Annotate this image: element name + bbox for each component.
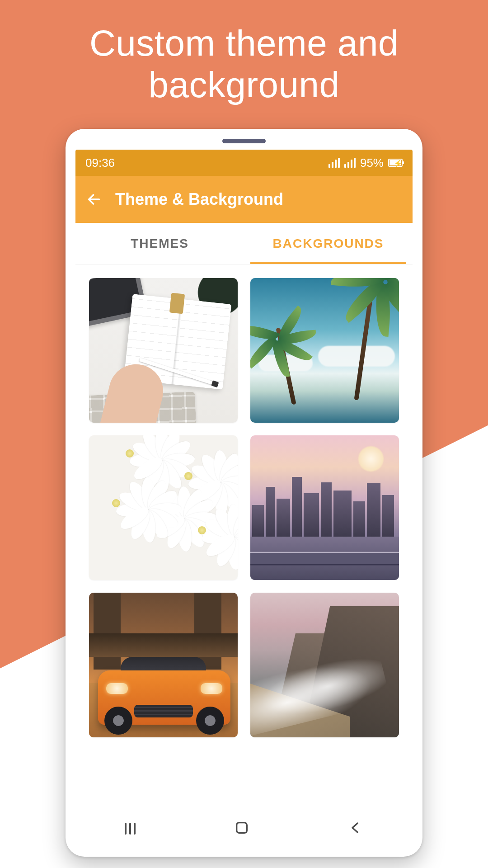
nav-home-icon[interactable] <box>234 820 249 837</box>
background-city-sunset[interactable] <box>250 435 399 580</box>
back-arrow-icon[interactable] <box>86 192 102 207</box>
phone-frame: 09:36 95% ⚡ Theme & Background THEMES BA… <box>66 129 422 857</box>
signal-icon <box>328 158 340 168</box>
tab-backgrounds-label: BACKGROUNDS <box>273 236 384 251</box>
tab-themes-label: THEMES <box>131 236 189 251</box>
tab-themes[interactable]: THEMES <box>75 223 244 264</box>
promo-title-line1: Custom theme and <box>0 23 488 64</box>
svg-rect-0 <box>237 823 247 833</box>
promo-title: Custom theme and background <box>0 23 488 106</box>
signal-icon <box>344 158 356 168</box>
phone-speaker <box>222 139 266 143</box>
status-time: 09:36 <box>85 156 115 170</box>
status-bar: 09:36 95% ⚡ <box>75 150 413 176</box>
background-white-flowers[interactable] <box>89 435 238 580</box>
nav-recent-icon[interactable] <box>125 823 136 835</box>
background-palm-trees[interactable] <box>250 278 399 423</box>
app-bar: Theme & Background <box>75 176 413 223</box>
background-coastal-cliffs[interactable] <box>250 593 399 737</box>
background-grid[interactable] <box>75 264 413 809</box>
battery-icon: ⚡ <box>388 159 403 167</box>
app-title: Theme & Background <box>115 190 283 209</box>
background-desk-notebook[interactable] <box>89 278 238 423</box>
status-indicators: 95% ⚡ <box>328 156 403 170</box>
promo-title-line2: background <box>0 64 488 106</box>
nav-back-icon[interactable] <box>348 820 363 837</box>
background-orange-car[interactable] <box>89 593 238 737</box>
tab-backgrounds[interactable]: BACKGROUNDS <box>244 223 413 264</box>
phone-screen: 09:36 95% ⚡ Theme & Background THEMES BA… <box>75 150 413 809</box>
battery-text: 95% <box>360 156 384 170</box>
android-nav-bar <box>75 809 413 849</box>
tab-bar: THEMES BACKGROUNDS <box>75 223 413 264</box>
